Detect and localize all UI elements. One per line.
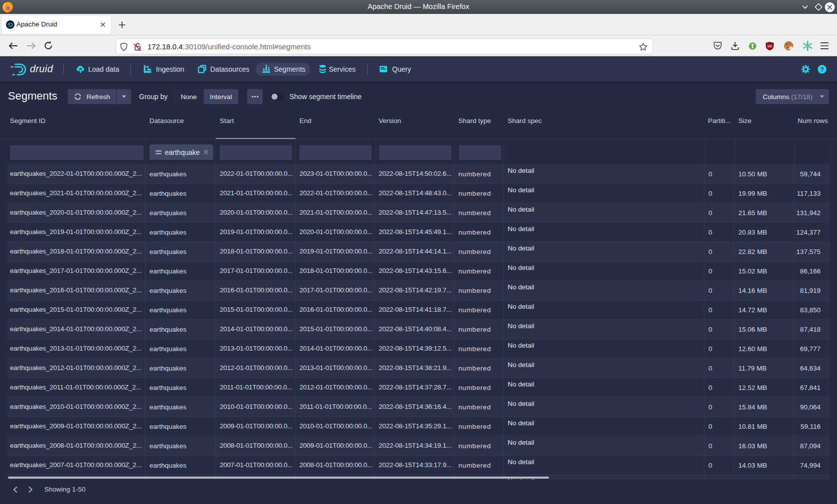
svg-text:?: ?: [820, 66, 824, 73]
svg-text:uO: uO: [767, 44, 772, 48]
